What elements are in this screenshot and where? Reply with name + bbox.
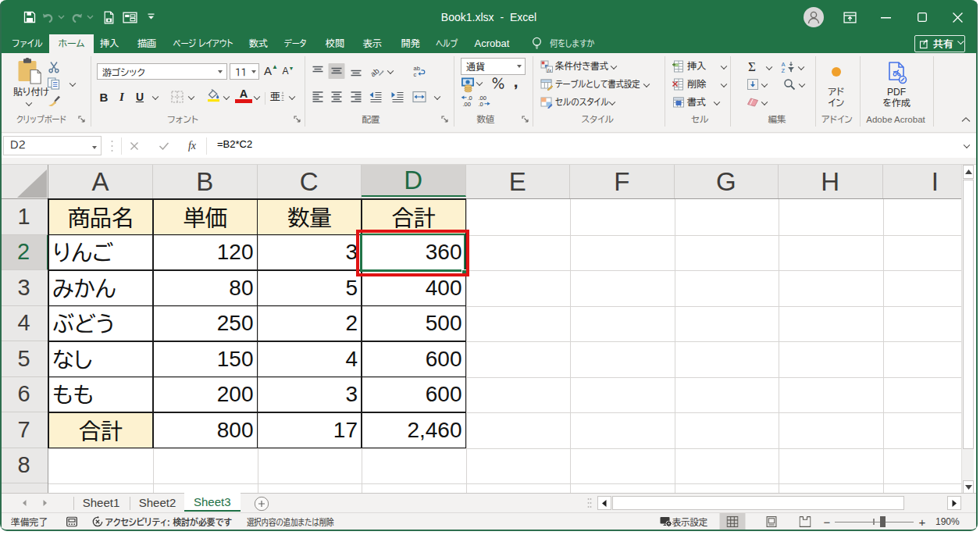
column-header-f[interactable]: F (570, 165, 675, 198)
view-page-break-button[interactable] (793, 513, 818, 530)
create-pdf-line2[interactable]: を作成 (882, 98, 911, 107)
conditional-formatting-label[interactable]: 条件付き書式 (555, 61, 608, 70)
combo-dropdown-icon[interactable] (218, 70, 223, 73)
percent-style-icon[interactable]: % (492, 77, 505, 90)
number-dialog-launcher-icon[interactable] (522, 116, 531, 125)
paste-label[interactable]: 貼り付け (13, 87, 49, 96)
cell-c4[interactable]: 2 (258, 306, 362, 342)
fill-down-icon[interactable] (747, 79, 759, 91)
fill-color-icon[interactable] (207, 89, 221, 102)
italic-button[interactable]: I (119, 91, 124, 104)
align-middle-icon[interactable] (329, 63, 345, 79)
row-header-3[interactable]: 3 (0, 270, 48, 306)
column-header-b[interactable]: B (153, 165, 258, 198)
underline-button[interactable]: U (136, 91, 144, 103)
cell-c5[interactable]: 4 (258, 341, 362, 377)
column-header-a[interactable]: A (48, 165, 153, 198)
dropdown-chevron-icon[interactable] (434, 94, 440, 100)
comma-style-icon[interactable]: , (514, 74, 519, 89)
cell-b5[interactable]: 150 (153, 341, 258, 377)
column-header-d[interactable]: D (362, 165, 466, 197)
alignment-dialog-launcher-icon[interactable] (441, 116, 451, 125)
combo-dropdown-icon[interactable] (517, 65, 522, 68)
cell-area[interactable]: 商品名 単価 数量 合計 りんご 120 3 360 みかん 80 5 400 … (48, 199, 961, 493)
dropdown-chevron-icon[interactable] (26, 100, 32, 106)
expand-formula-bar-icon[interactable] (964, 142, 970, 148)
ribbon-display-options-icon[interactable] (836, 0, 863, 34)
decrease-indent-icon[interactable] (369, 91, 383, 102)
cell-a5[interactable]: なし (48, 341, 153, 377)
sheet-tab-sheet3[interactable]: Sheet3 (184, 492, 241, 512)
font-size-combo[interactable]: 11 (230, 63, 259, 80)
borders-icon[interactable] (171, 91, 184, 103)
addins-button-line1[interactable]: アド (829, 87, 845, 96)
tab-page-layout[interactable]: ページ レイアウト (173, 34, 233, 53)
dropdown-chevron-icon[interactable] (254, 94, 260, 100)
dropdown-chevron-icon[interactable] (223, 94, 230, 100)
increase-decimal-icon[interactable]: .0.00 (461, 95, 474, 107)
dropdown-chevron-icon[interactable] (289, 94, 295, 100)
horizontal-scroll-thumb[interactable] (612, 496, 904, 510)
sort-filter-icon[interactable]: AZ (782, 61, 795, 73)
tab-review[interactable]: 校閲 (326, 34, 344, 53)
scroll-left-button[interactable] (597, 496, 611, 510)
tell-me-lightbulb-icon[interactable] (531, 37, 543, 51)
display-settings-icon[interactable] (660, 516, 672, 527)
insert-cells-icon[interactable] (672, 60, 686, 73)
account-avatar[interactable] (804, 7, 824, 27)
cell-d2[interactable]: 360 (362, 235, 466, 271)
cell-c2[interactable]: 3 (258, 235, 362, 271)
macro-record-icon[interactable] (66, 517, 77, 527)
cell-c7[interactable]: 17 (258, 412, 362, 448)
number-format-combo[interactable]: 通貨 (461, 58, 526, 75)
status-display-settings[interactable]: 表示設定 (672, 513, 707, 530)
clear-icon[interactable] (747, 98, 759, 108)
cell-d7[interactable]: 2,460 (362, 412, 466, 448)
increase-indent-icon[interactable] (391, 91, 404, 102)
paste-button-icon[interactable] (18, 58, 42, 84)
align-center-icon[interactable] (331, 91, 343, 102)
dropdown-chevron-icon[interactable] (798, 64, 804, 70)
format-as-table-icon[interactable] (540, 78, 553, 91)
sheet-tab-sheet1[interactable]: Sheet1 (73, 494, 130, 512)
dropdown-chevron-icon[interactable] (610, 63, 616, 70)
row-header-5[interactable]: 5 (0, 341, 48, 377)
autosum-icon[interactable]: Σ (748, 59, 756, 75)
align-left-icon[interactable] (312, 91, 324, 102)
cell-styles-label[interactable]: セルのスタイル (555, 97, 609, 106)
align-top-icon[interactable] (312, 66, 324, 77)
orientation-icon[interactable]: ab (372, 65, 385, 77)
vertical-scrollbar[interactable] (961, 165, 974, 493)
row-header-1[interactable]: 1 (0, 199, 48, 235)
name-box[interactable]: D2 (3, 136, 102, 155)
dropdown-chevron-icon[interactable] (761, 81, 768, 87)
tab-help[interactable]: ヘルプ (436, 34, 458, 53)
column-header-i[interactable]: I (883, 165, 962, 198)
insert-cells-label[interactable]: 挿入 (687, 61, 706, 70)
cell-b6[interactable]: 200 (153, 377, 258, 413)
decrease-decimal-icon[interactable]: .00.0 (478, 95, 491, 107)
zoom-slider-thumb[interactable] (880, 516, 886, 527)
dropdown-chevron-icon[interactable] (761, 99, 768, 105)
enter-icon[interactable] (159, 142, 169, 150)
tab-insert[interactable]: 挿入 (100, 34, 119, 53)
namebox-splitter[interactable] (110, 140, 114, 152)
status-accessibility[interactable]: アクセシビリティ: 検討が必要です (105, 513, 232, 530)
zoom-out-button[interactable]: − (824, 515, 831, 529)
cell-d4[interactable]: 500 (362, 306, 466, 342)
row-header-7[interactable]: 7 (0, 412, 48, 448)
format-cells-label[interactable]: 書式 (687, 97, 706, 106)
find-select-icon[interactable] (783, 78, 796, 91)
row-header-4[interactable]: 4 (0, 306, 48, 342)
tab-developer[interactable]: 開発 (401, 34, 420, 53)
row-header-6[interactable]: 6 (0, 377, 48, 413)
minimize-button[interactable] (872, 0, 899, 34)
cell-b2[interactable]: 120 (153, 235, 258, 271)
cell-a3[interactable]: みかん (48, 270, 153, 306)
align-bottom-icon[interactable] (351, 66, 362, 77)
tab-data[interactable]: データ (284, 34, 307, 53)
copy-icon[interactable] (48, 77, 61, 90)
combo-dropdown-icon[interactable] (251, 70, 256, 73)
column-header-g[interactable]: G (675, 165, 779, 198)
cell-a6[interactable]: もも (48, 377, 153, 413)
